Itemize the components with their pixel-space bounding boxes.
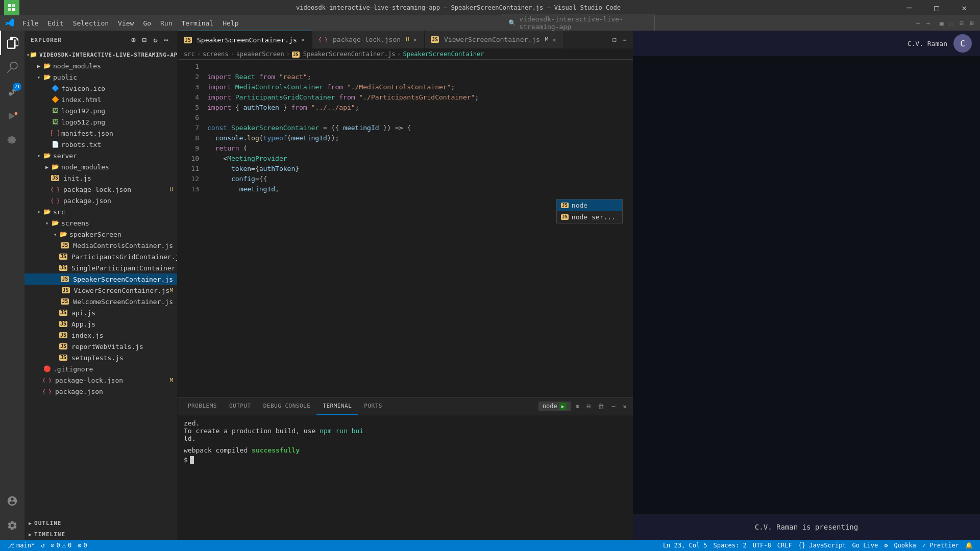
breadcrumb-symbol[interactable]: SpeakerScreenContainer [403,51,484,58]
activity-settings[interactable] [0,513,24,538]
tree-robots[interactable]: 📄 robots.txt [24,139,177,150]
tree-manifest[interactable]: { } manifest.json [24,128,177,139]
tree-app-js[interactable]: JS App.js [24,318,177,330]
tree-package-server[interactable]: { } package.json [24,195,177,206]
status-branch[interactable]: ⎇ main* [4,540,38,551]
nav-forward-button[interactable]: → [924,17,933,29]
activity-run[interactable] [0,104,24,129]
node-dropdown-item-2[interactable]: JS node ser... [557,211,622,223]
panel-more-icon[interactable]: ⋯ [609,402,618,411]
status-quokka[interactable]: Quokka [891,540,919,551]
new-terminal-icon[interactable]: ⊕ [574,402,582,411]
close-tab-icon[interactable]: ✕ [412,35,418,44]
tree-index-js[interactable]: JS index.js [24,330,177,341]
panel-tab-terminal[interactable]: TERMINAL [316,397,358,415]
activity-accounts[interactable] [0,489,24,513]
tree-root[interactable]: ▾ 📁 VIDEOSDK-INTERACTIVE-LIVE-STREAMING-… [24,49,177,60]
tree-node-modules-root[interactable]: ▶ 📂 node_modules [24,60,177,71]
close-tab-icon[interactable]: ✕ [300,35,306,44]
tree-node-modules-server[interactable]: ▶ 📂 node_modules [24,161,177,172]
panel-close-icon[interactable]: ✕ [621,402,629,411]
tree-gitignore[interactable]: 🔴 .gitignore [24,363,177,374]
menu-run[interactable]: Run [156,17,176,29]
node-selector[interactable]: node ▶ [538,402,571,411]
tree-logo192[interactable]: 🖼 logo192.png [24,105,177,116]
status-spaces[interactable]: Spaces: 2 [710,540,750,551]
refresh-icon[interactable]: ↻ [151,35,160,45]
terminal-content[interactable]: zed. To create a production build, use n… [178,415,633,540]
tree-viewer-screen[interactable]: JS ViewerScreenContainer.js M [24,285,177,296]
tree-media-controls[interactable]: JS MediaControlsContainer.js [24,240,177,251]
minimize-button[interactable]: ─ [897,0,921,15]
layout-icon-3[interactable]: ⊟ [958,17,966,29]
new-folder-icon[interactable]: ⊟ [140,35,149,45]
status-encoding[interactable]: UTF-8 [750,540,774,551]
panel-tab-debug[interactable]: DEBUG CONSOLE [257,397,317,415]
breadcrumb-speakerscreen[interactable]: speakerScreen [236,51,284,58]
new-file-icon[interactable]: ⊕ [129,35,138,45]
tree-package-lock-root[interactable]: { } package-lock.json M [24,374,177,386]
tree-screens[interactable]: ▾ 📂 screens [24,217,177,229]
activity-search[interactable] [0,55,24,80]
status-go-live[interactable]: Go Live [849,540,881,551]
menu-view[interactable]: View [114,17,138,29]
outline-header[interactable]: ▶ OUTLINE [24,517,177,529]
breadcrumb-src[interactable]: src [184,51,195,58]
breadcrumb-filename[interactable]: SpeakerScreenContainer.js [303,51,396,58]
tree-index-html[interactable]: 🔶 index.html [24,94,177,105]
close-button[interactable]: ✕ [952,0,976,15]
tree-welcome-screen[interactable]: JS WelcomeScreenContainer.js [24,296,177,307]
status-language[interactable]: {} JavaScript [795,540,849,551]
activity-extensions[interactable] [0,129,24,153]
more-actions-icon[interactable]: ⋯ [621,35,629,45]
tree-package-root[interactable]: { } package.json [24,386,177,397]
layout-icon-1[interactable]: ▣ [938,17,946,29]
layout-icon-2[interactable]: ⬚ [948,17,956,29]
tab-speaker-screen[interactable]: JS SpeakerScreenContainer.js ✕ [178,31,312,48]
panel-tab-problems[interactable]: PROBLEMS [182,397,223,415]
tree-setup-tests[interactable]: JS setupTests.js [24,352,177,363]
status-errors[interactable]: ⊘ 0 ⚠ 0 [47,540,75,551]
tree-public[interactable]: ▾ 📂 public [24,71,177,83]
menu-help[interactable]: Help [218,17,242,29]
tree-package-lock-server[interactable]: { } package-lock.json U [24,184,177,195]
activity-source-control[interactable]: 21 [0,80,24,104]
panel-tab-ports[interactable]: PORTS [358,397,388,415]
tree-server[interactable]: ▾ 📂 server [24,150,177,161]
menu-file[interactable]: File [18,17,42,29]
kill-terminal-icon[interactable]: 🗑 [596,402,606,411]
maximize-button[interactable]: □ [925,0,948,15]
status-position[interactable]: Ln 23, Col 5 [660,540,710,551]
panel-tab-output[interactable]: OUTPUT [223,397,257,415]
breadcrumb-screens[interactable]: screens [203,51,229,58]
layout-icon-4[interactable]: ⊞ [968,17,976,29]
tree-report-web-vitals[interactable]: JS reportWebVitals.js [24,341,177,352]
status-bell[interactable]: 🔔 [962,540,976,551]
split-editor-icon[interactable]: ⊟ [610,35,618,45]
tree-favicon[interactable]: 🔷 favicon.ico [24,83,177,94]
menu-selection[interactable]: Selection [69,17,113,29]
code-content[interactable]: import React from "react"; import MediaC… [203,60,633,397]
tree-api-js[interactable]: JS api.js [24,307,177,318]
nav-back-button[interactable]: ← [914,17,922,29]
tree-speaker-screen[interactable]: JS SpeakerScreenContainer.js [24,273,177,285]
menu-go[interactable]: Go [139,17,155,29]
command-palette[interactable]: 🔍 videosdk-interactive-live-streaming-ap… [502,14,655,32]
status-gear[interactable]: ⚙ [881,540,891,551]
split-terminal-icon[interactable]: ⊟ [585,402,593,411]
avatar[interactable]: C [953,34,972,53]
collapse-all-icon[interactable]: ⋯ [162,35,171,45]
status-live-share[interactable]: ⚙ 0 [75,540,90,551]
activity-explorer[interactable] [0,31,24,55]
menu-edit[interactable]: Edit [43,17,67,29]
tree-logo512[interactable]: 🖼 logo512.png [24,116,177,128]
tree-single-participant[interactable]: JS SingleParticipantContainer.js [24,262,177,273]
node-dropdown-item-1[interactable]: JS node [557,199,622,211]
status-sync[interactable]: ↺ [38,540,47,551]
tab-viewer-screen[interactable]: JS ViewerScreenContainer.js M ✕ [425,31,564,48]
menu-terminal[interactable]: Terminal [178,17,218,29]
tree-participants-grid[interactable]: JS ParticipantsGridContainer.js [24,251,177,262]
tree-speakerscreen[interactable]: ▾ 📂 speakerScreen [24,229,177,240]
tree-src[interactable]: ▾ 📂 src [24,206,177,217]
status-eol[interactable]: CRLF [774,540,795,551]
